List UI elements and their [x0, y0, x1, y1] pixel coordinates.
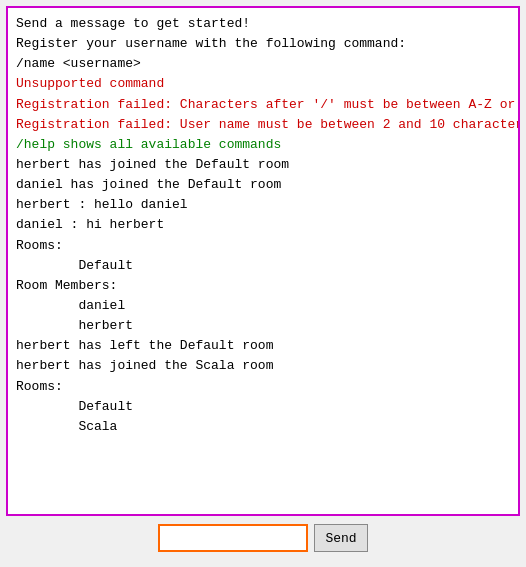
chat-line: Rooms: [16, 377, 510, 397]
input-row: Send [158, 524, 367, 552]
chat-line: Unsupported command [16, 74, 510, 94]
chat-line: Registration failed: User name must be b… [16, 115, 510, 135]
chat-line: Room Members: [16, 276, 510, 296]
chat-line: daniel [16, 296, 510, 316]
chat-line: daniel has joined the Default room [16, 175, 510, 195]
chat-line: Scala [16, 417, 510, 437]
chat-line: herbert has left the Default room [16, 336, 510, 356]
chat-line: Default [16, 256, 510, 276]
chat-line: daniel : hi herbert [16, 215, 510, 235]
chat-line: Register your username with the followin… [16, 34, 510, 54]
chat-line: herbert : hello daniel [16, 195, 510, 215]
chat-line: herbert has joined the Default room [16, 155, 510, 175]
message-input[interactable] [158, 524, 308, 552]
chat-line: herbert has joined the Scala room [16, 356, 510, 376]
chat-line: herbert [16, 316, 510, 336]
chat-line: /help shows all available commands [16, 135, 510, 155]
chat-line: Send a message to get started! [16, 14, 510, 34]
chat-line: Default [16, 397, 510, 417]
chat-line: /name <username> [16, 54, 510, 74]
chat-line: Rooms: [16, 236, 510, 256]
chat-window: Send a message to get started!Register y… [6, 6, 520, 516]
chat-line: Registration failed: Characters after '/… [16, 95, 510, 115]
send-button[interactable]: Send [314, 524, 367, 552]
